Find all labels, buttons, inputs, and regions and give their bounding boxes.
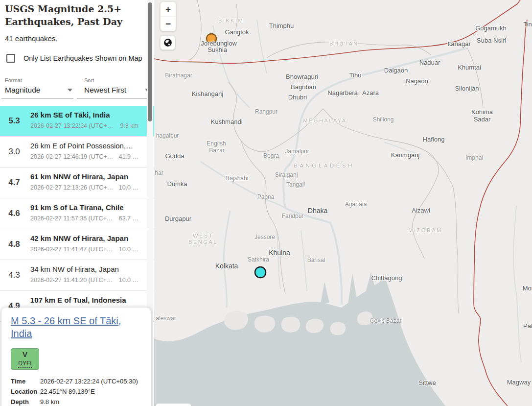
zoom-out-button[interactable]: − xyxy=(161,17,176,31)
dyfi-intensity: V xyxy=(11,350,39,358)
depth-label: Depth xyxy=(11,398,40,406)
earthquake-list-item[interactable]: 3.0 26 km E of Point Possession,… 2026-0… xyxy=(0,137,154,167)
location-value: 22.451°N 89.139°E xyxy=(40,388,95,395)
quake-depth: 9.8 km xyxy=(120,122,139,129)
checkbox-icon[interactable] xyxy=(6,54,15,63)
quake-time: 2026-02-27 11:57:35 (UTC+… xyxy=(30,215,113,222)
quake-time: 2026-02-27 11:41:20 (UTC+… xyxy=(30,277,113,284)
globe-button[interactable] xyxy=(160,35,175,50)
zoom-in-button[interactable]: + xyxy=(161,2,176,16)
earthquake-list: 5.3 26 km SE of Tāki, India 2026-02-27 1… xyxy=(0,106,154,322)
quake-depth: 10.0 … xyxy=(119,184,139,191)
earthquake-list-item[interactable]: 4.7 61 km NNW of Hirara, Japan 2026-02-2… xyxy=(0,167,154,198)
quake-time: 2026-02-27 12:13:26 (UTC+… xyxy=(30,184,113,191)
map-attribution-peek xyxy=(156,404,191,406)
earthquake-list-item[interactable]: 4.3 34 km NW of Hirara, Japan 2026-02-27… xyxy=(0,260,154,291)
format-select-label: Format xyxy=(5,77,73,83)
quake-title: 42 km NNW of Hirara, Japan xyxy=(30,234,147,242)
quake-depth: 10.0 … xyxy=(119,277,139,284)
dyfi-label[interactable]: DYFI xyxy=(18,360,31,368)
location-label: Location xyxy=(11,388,40,395)
time-label: Time xyxy=(11,378,40,385)
earthquake-count: 41 earthquakes. xyxy=(5,34,58,43)
sidebar: USGS Magnitude 2.5+ Earthquakes, Past Da… xyxy=(0,0,154,406)
quake-title: 34 km NW of Hirara, Japan xyxy=(30,265,147,273)
quake-title: 26 km E of Point Possession,… xyxy=(30,142,147,150)
earthquake-detail-popup: M 5.3 - 26 km SE of Tāki, India V DYFI T… xyxy=(1,308,151,406)
quake-time: 2026-02-27 13:22:24 (UTC+… xyxy=(30,122,113,129)
time-value: 2026-02-27 13:22:24 (UTC+05:30) xyxy=(40,378,138,385)
event-detail-link[interactable]: M 5.3 - 26 km SE of Tāki, India xyxy=(11,314,126,340)
event-metadata: Time 2026-02-27 13:22:24 (UTC+05:30) Loc… xyxy=(11,378,142,406)
quake-depth: 63.7 … xyxy=(119,215,139,222)
scrollbar-thumb[interactable] xyxy=(148,2,152,121)
list-controls: Format Magnitude Sort Newest First xyxy=(0,77,154,102)
earthquake-list-item[interactable]: 4.8 42 km NNW of Hirara, Japan 2026-02-2… xyxy=(0,229,154,260)
earthquake-list-item-selected[interactable]: 5.3 26 km SE of Tāki, India 2026-02-27 1… xyxy=(0,106,154,137)
magnitude: 4.7 xyxy=(0,167,28,198)
magnitude: 4.3 xyxy=(0,260,28,290)
dyfi-badge[interactable]: V DYFI xyxy=(11,348,39,370)
format-select-value: Magnitude xyxy=(5,86,40,95)
quake-depth: 41.9 … xyxy=(119,153,139,160)
zoom-controls: + − xyxy=(160,1,176,31)
quake-time: 2026-02-27 11:41:47 (UTC+… xyxy=(30,246,113,253)
earthquake-list-item[interactable]: 4.6 91 km S of La Tirana, Chile 2026-02-… xyxy=(0,198,154,229)
quake-title: 91 km S of La Tirana, Chile xyxy=(30,203,147,212)
sort-select-value: Newest First xyxy=(84,86,126,95)
quake-title: 26 km SE of Tāki, India xyxy=(30,111,147,119)
depth-value: 9.8 km xyxy=(40,398,59,406)
map[interactable]: SIKKIMBHUTANMEGHALAYABANGLADESHWESTBENGA… xyxy=(154,0,532,406)
page-title: USGS Magnitude 2.5+ Earthquakes, Past Da… xyxy=(5,3,132,28)
quake-depth: 10.0 … xyxy=(119,246,139,253)
magnitude: 5.3 xyxy=(0,106,28,136)
earthquake-marker-selected-cyan[interactable] xyxy=(255,267,266,278)
only-list-shown-checkbox-row[interactable]: Only List Earthquakes Shown on Map xyxy=(6,54,142,63)
sort-select-label: Sort xyxy=(84,77,151,83)
quake-time: 2026-02-27 12:46:19 (UTC+… xyxy=(30,153,113,160)
usgs-earthquakes-app: USGS Magnitude 2.5+ Earthquakes, Past Da… xyxy=(0,0,532,406)
format-select[interactable]: Format Magnitude xyxy=(1,77,73,98)
map-canvas xyxy=(154,0,532,406)
quake-title: 61 km NNW of Hirara, Japan xyxy=(30,172,147,181)
checkbox-label: Only List Earthquakes Shown on Map xyxy=(23,54,142,62)
magnitude: 4.8 xyxy=(0,229,28,260)
quake-title: 107 km E of Tual, Indonesia xyxy=(30,296,147,304)
chevron-down-icon xyxy=(68,89,72,92)
magnitude: 4.6 xyxy=(0,198,28,229)
magnitude: 3.0 xyxy=(0,137,28,167)
globe-icon xyxy=(163,38,173,48)
sort-select[interactable]: Sort Newest First xyxy=(77,77,151,98)
earthquake-marker-orange[interactable] xyxy=(207,34,216,44)
